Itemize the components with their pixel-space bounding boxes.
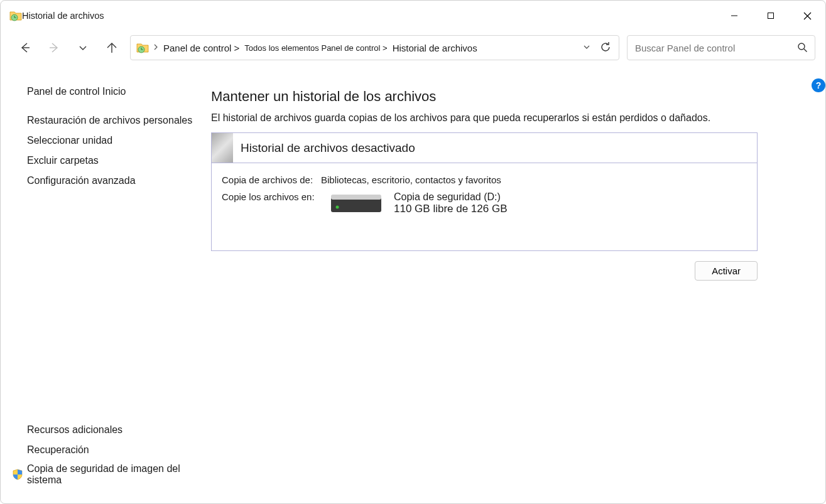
svg-point-13 (336, 206, 339, 209)
search-input[interactable] (634, 42, 797, 54)
drive-row: Copia de seguridad (D:) 110 GB libre de … (321, 191, 508, 219)
copy-to-label: Copie los archivos en: (222, 191, 315, 202)
status-indicator-icon (212, 133, 233, 163)
window: Historial de archivos (0, 0, 826, 504)
refresh-button[interactable] (596, 41, 615, 55)
page-heading: Mantener un historial de los archivos (211, 88, 763, 105)
status-body: Copia de archivos de: Bibliotecas, escri… (212, 163, 757, 250)
svg-rect-12 (331, 195, 381, 200)
drive-icon (330, 191, 383, 219)
copy-from-label: Copia de archivos de: (222, 174, 315, 185)
minimize-button[interactable] (716, 1, 753, 31)
activate-row: Activar (211, 261, 758, 281)
breadcrumb-segment-2[interactable]: Todos los elementos Panel de control > (243, 43, 388, 53)
address-bar[interactable]: Panel de control > Todos los elementos P… (130, 35, 619, 60)
sidebar-link-restore[interactable]: Restauración de archivos personales (27, 115, 211, 126)
address-icon (136, 41, 149, 55)
drive-free: 110 GB (394, 203, 430, 215)
close-button[interactable] (789, 1, 825, 31)
search-box[interactable] (627, 35, 815, 60)
sidebar-footer-heading: Recursos adicionales (27, 424, 211, 436)
up-button[interactable] (101, 37, 122, 58)
chevron-down-icon[interactable] (582, 43, 591, 53)
drive-info: Copia de seguridad (D:) 110 GB libre de … (394, 191, 508, 219)
status-title: Historial de archivos desactivado (233, 141, 415, 155)
status-header: Historial de archivos desactivado (212, 133, 757, 163)
activate-button[interactable]: Activar (695, 261, 758, 281)
forward-button[interactable] (43, 37, 65, 58)
status-box: Historial de archivos desactivado Copia … (211, 132, 758, 251)
window-title: Historial de archivos (22, 11, 104, 21)
drive-total: 126 GB (471, 203, 508, 215)
file-history-icon (9, 9, 22, 22)
sidebar-footer-system-image-label: Copia de seguridad de imagen del sistema (27, 463, 211, 486)
toolbar: Panel de control > Todos los elementos P… (1, 31, 825, 65)
maximize-button[interactable] (753, 1, 789, 31)
back-button[interactable] (14, 37, 36, 58)
copy-from-value: Bibliotecas, escritorio, contactos y fav… (321, 174, 501, 185)
sidebar-link-select-drive[interactable]: Seleccionar unidad (27, 135, 211, 146)
shield-icon (12, 469, 23, 480)
breadcrumb-segment-3[interactable]: Historial de archivos (391, 43, 479, 53)
svg-rect-2 (768, 13, 774, 19)
sidebar-footer-system-image[interactable]: Copia de seguridad de imagen del sistema (27, 463, 211, 486)
window-controls (716, 1, 825, 31)
sidebar: Panel de control Inicio Restauración de … (1, 65, 211, 503)
main-content: Mantener un historial de los archivos El… (211, 65, 825, 503)
sidebar-home-link[interactable]: Panel de control Inicio (27, 86, 211, 97)
drive-space: 110 GB libre de 126 GB (394, 203, 508, 215)
drive-mid: libre de (430, 203, 471, 215)
page-subtitle: El historial de archivos guarda copias d… (211, 112, 763, 124)
breadcrumb-segment-1[interactable]: Panel de control > (162, 43, 241, 53)
chevron-right-icon[interactable] (152, 44, 160, 51)
search-icon[interactable] (797, 42, 808, 53)
sidebar-footer-recovery[interactable]: Recuperación (27, 444, 211, 456)
svg-point-9 (798, 43, 805, 50)
titlebar: Historial de archivos (1, 1, 825, 31)
recent-dropdown[interactable] (72, 37, 94, 58)
sidebar-footer-recovery-label: Recuperación (27, 444, 89, 456)
drive-name: Copia de seguridad (D:) (394, 191, 508, 203)
sidebar-link-exclude-folders[interactable]: Excluir carpetas (27, 155, 211, 166)
sidebar-link-advanced[interactable]: Configuración avanzada (27, 175, 211, 186)
body: ? Panel de control Inicio Restauración d… (1, 65, 825, 503)
svg-line-10 (804, 49, 807, 52)
